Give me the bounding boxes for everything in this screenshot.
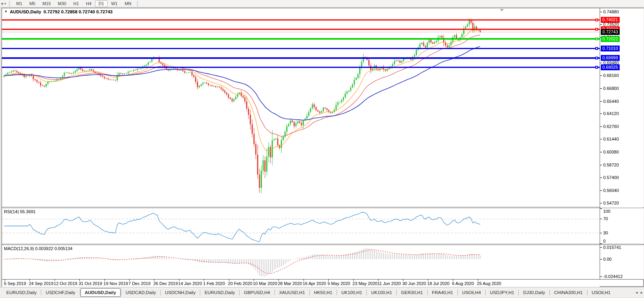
time-tick-label: 31 Oct 2019 [79,281,102,286]
chart-tab-fra40-h1[interactable]: FRA40,H1 [428,289,457,296]
tab-separator [587,290,587,295]
chart-window: ▼ AUDUSD,Daily 0.72792 0.72858 0.72740 0… [2,8,644,287]
time-axis-tick [254,279,254,281]
tab-separator [160,290,161,295]
price-axis-tick [600,88,602,89]
chart-collapse-icon[interactable]: ▼ [4,10,7,13]
rsi-canvas[interactable] [2,208,600,244]
timeframe-button-W1[interactable]: W1 [108,0,121,7]
price-axis-tick [600,177,602,178]
timeframe-button-MN[interactable]: MN [121,0,135,7]
macd-canvas[interactable] [2,245,600,279]
level-price-badge: 0.69025 [601,64,620,70]
rsi-axis[interactable]: 10070300 [600,208,644,244]
time-tick-label: 10 Mar 2020 [253,281,277,286]
chart-tab-xauusd-h1[interactable]: XAUUSD,H1 [275,289,309,296]
time-tick-label: 24 Sep 2019 [29,281,53,286]
timeframe-button-M5[interactable]: M5 [26,0,39,7]
toolbar-grip[interactable] [137,1,139,6]
timeframe-button-M30[interactable]: M30 [54,0,70,7]
chart-shift-marker-icon[interactable] [500,9,504,11]
price-axis-tick [600,12,602,12]
time-axis-tick [55,279,55,281]
chart-tab-usdcnh-daily[interactable]: USDCNH,Daily [161,289,199,296]
rsi-tick-label: 0 [603,239,606,243]
chart-title: ▼ AUDUSD,Daily 0.72792 0.72858 0.72740 0… [4,9,113,14]
price-tick-label: 0.68160 [603,73,619,78]
time-axis-tick [353,279,354,281]
chart-tab-usoil-h1[interactable]: USOil,H1 [588,289,615,296]
rsi-indicator-label: RSI(14) 55.3691 [4,209,36,214]
chart-tab-audusd-daily[interactable]: AUDUSD,Daily [80,288,121,297]
chart-tab-hk50-h1[interactable]: HK50,H1 [310,289,337,296]
chart-tab-gbpusd-h4[interactable]: GBPUSD,H4 [240,289,274,296]
chart-tab-eurusd-daily[interactable]: EURUSD,Daily [201,289,239,296]
time-tick-label: 30 Jun 2020 [402,281,426,286]
time-axis-tick [29,279,30,281]
chart-tab-usdjpy-h1[interactable]: USDJPY,H1 [486,289,518,296]
level-price-badge: 0.74021 [601,17,620,23]
panel-divider[interactable] [2,207,643,208]
tab-separator [366,290,367,295]
time-axis[interactable]: 5 Sep 201924 Sep 201912 Oct 201931 Oct 2… [2,280,600,287]
price-tick-label: 0.65440 [603,99,619,104]
tab-scroll-left-icon[interactable]: ◂ [636,291,638,294]
price-chart-canvas[interactable] [2,8,600,207]
mt4-terminal: { "toolbar": { "cursor_tool_glyph": "⌖",… [0,0,644,298]
price-tick-label: 0.66800 [603,86,619,91]
chart-tab-uk100-h1[interactable]: UK100,H1 [337,289,366,296]
chart-tab-usdcad-daily[interactable]: USDCAD,Daily [122,289,160,296]
time-axis-tick [229,279,229,281]
chart-tab-usdchf-daily[interactable]: USDCHF,Daily [42,289,79,296]
chart-tab-china300-h1[interactable]: CHINA300,H1 [550,289,587,296]
chart-tab-dj30-daily[interactable]: DJ30,Daily [519,289,549,296]
price-axis-tick [600,63,602,63]
chart-tab-eurusd-daily[interactable]: EURUSD,Daily [2,289,40,296]
timeframe-button-M1[interactable]: M1 [13,0,26,7]
rsi-tick-label: 100 [603,209,610,214]
tab-separator [396,290,397,295]
price-axis-tick [600,24,602,25]
time-tick-label: 14 Jan 2020 [178,281,202,286]
timeframe-button-M15[interactable]: M15 [39,0,54,7]
timeframe-toolbar: M1M5M15M30H1H4D1W1MN [13,0,135,7]
panel-divider[interactable] [2,244,643,245]
chart-tab-usoil-h4[interactable]: USOil,H4 [458,289,485,296]
time-axis-tick [179,279,179,281]
price-tick-label: 0.58720 [603,163,619,167]
tab-separator [549,290,550,295]
toolbar-grip[interactable] [9,1,11,6]
macd-tick-label: -0.024412 [603,274,623,279]
price-axis-tick [600,113,602,114]
time-axis-tick [478,279,478,281]
tab-scroll-arrows: ◂ ▸ [636,291,642,294]
price-axis-tick [600,203,602,203]
tab-separator [274,290,275,295]
tab-separator [309,290,310,295]
time-axis-tick [428,279,428,281]
price-axis-tick [600,152,602,152]
price-axis-tick [600,126,602,127]
level-price-badge: 0.72022 [601,36,620,42]
time-tick-label: 28 Mar 2020 [278,281,302,286]
chart-tab-uk100-h1[interactable]: UK100,H1 [367,289,396,296]
crosshair-tool-icon[interactable]: ⌖ [1,0,4,7]
timeframe-button-H1[interactable]: H1 [70,0,82,7]
tool-dropdown-caret-icon[interactable]: ▾ [4,2,6,5]
tab-separator [200,290,200,295]
rsi-axis-tick [600,208,602,209]
price-axis[interactable]: 0.748800.735200.721600.708400.694800.681… [600,8,644,207]
time-axis-tick [104,279,105,281]
price-tick-label: 0.57400 [603,175,619,180]
tab-separator [41,290,41,295]
tab-separator [485,290,486,295]
chart-symbol-label: AUDUSD,Daily [10,9,41,14]
chart-tab-ger30-h1[interactable]: GER30,H1 [397,289,427,296]
tab-scroll-right-icon[interactable]: ▸ [640,291,642,294]
timeframe-button-H4[interactable]: H4 [82,0,95,7]
price-tick-label: 0.61440 [603,137,619,141]
macd-axis[interactable]: 0.0157410.00-0.024412 [600,245,644,279]
timeframe-button-D1[interactable]: D1 [95,0,108,7]
price-axis-tick [600,139,602,139]
tab-separator [457,290,458,295]
